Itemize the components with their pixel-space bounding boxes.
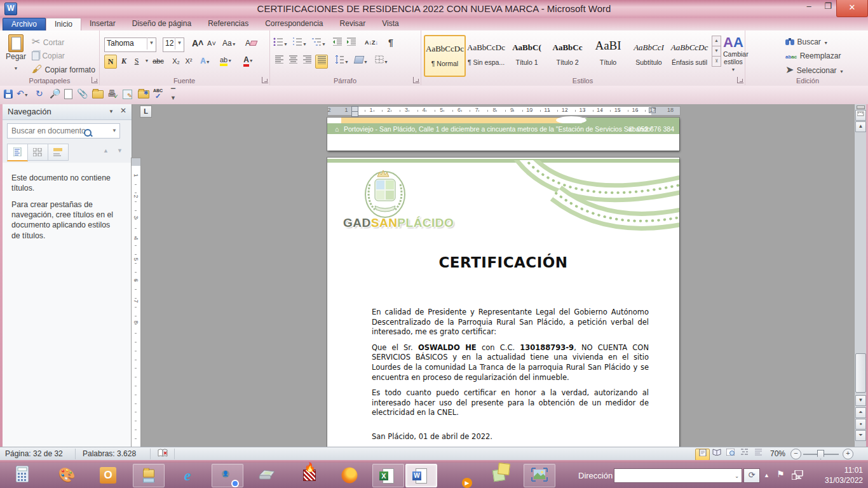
taskbar-media-player[interactable]: ▶	[444, 464, 475, 486]
strikethrough-button[interactable]: abc	[153, 55, 164, 67]
zoom-out-button[interactable]: −	[790, 449, 801, 459]
subscript-button[interactable]: X₂	[170, 55, 182, 67]
zoom-level[interactable]: 70%	[770, 449, 785, 458]
previous-page-button[interactable]: ⏶	[855, 407, 866, 418]
style-normal[interactable]: AaBbCcDc¶ Normal	[424, 35, 466, 77]
document-page-1[interactable]: ⌂ Portoviejo - San Plácido, Calle 1 de d…	[327, 118, 679, 151]
copy-button[interactable]: Copiar	[32, 50, 65, 61]
show-marks-button[interactable]: ¶	[385, 36, 397, 49]
taskbar-clock[interactable]: 11:01 31/03/2022	[808, 465, 863, 485]
edit-table-button[interactable]: ✎	[123, 88, 132, 101]
paragraph-dialog-launcher[interactable]	[413, 77, 419, 83]
tab-archivo[interactable]: Archivo	[3, 18, 46, 31]
chevron-down-icon[interactable]: ▼	[147, 37, 156, 50]
change-styles-button[interactable]: AA Cambiar estilos ▼	[723, 34, 743, 73]
style-no-spacing[interactable]: AaBbCcDc¶ Sin espa...	[466, 35, 506, 74]
tab-correspondencia[interactable]: Correspondencia	[257, 18, 331, 30]
taskbar-file-explorer[interactable]	[133, 464, 165, 487]
select-button[interactable]: ➤ Seleccionar ▼	[785, 64, 844, 76]
tab-inicio[interactable]: Inicio	[46, 18, 81, 31]
borders-button[interactable]: ▼	[375, 55, 388, 67]
paste-button[interactable]: Pegar ▼	[3, 34, 29, 76]
align-right-button[interactable]	[301, 55, 313, 67]
increase-indent-button[interactable]	[346, 37, 357, 50]
address-input-box[interactable]: ⌄	[614, 468, 742, 483]
horizontal-ruler[interactable]: 21123456789101112131415161718	[327, 106, 679, 116]
nav-tab-results[interactable]	[48, 144, 69, 161]
tab-revisar[interactable]: Revisar	[332, 18, 374, 30]
styles-dialog-launcher[interactable]	[737, 77, 743, 83]
spelling-button[interactable]: ABC✓	[153, 88, 163, 101]
attach-button[interactable]: 📎	[77, 88, 88, 101]
line-spacing-button[interactable]: ▼	[334, 55, 349, 67]
taskbar-calculator[interactable]	[7, 464, 37, 486]
scroll-up-arrow[interactable]: ▲	[855, 121, 866, 132]
action-center-flag-icon[interactable]: ⚑	[776, 469, 785, 479]
show-hidden-icons-arrow[interactable]: ▲	[764, 472, 770, 478]
view-web-layout-button[interactable]	[724, 449, 737, 459]
tab-stop-selector[interactable]: L	[140, 105, 152, 118]
search-options-arrow-icon[interactable]: ▼	[112, 128, 117, 133]
taskbar-word[interactable]: W	[405, 464, 437, 487]
scroll-down-arrow[interactable]: ▼	[855, 395, 866, 406]
save-button[interactable]	[4, 88, 13, 101]
word-count[interactable]: Palabras: 3.628	[83, 449, 136, 458]
view-outline-button[interactable]	[738, 449, 751, 459]
pane-close-icon[interactable]: ✕	[120, 106, 126, 115]
align-center-button[interactable]	[287, 55, 299, 67]
text-effects-button[interactable]: A▼	[200, 55, 211, 67]
taskbar-excel[interactable]: X	[372, 464, 404, 487]
numbered-list-button[interactable]: ▼	[292, 37, 307, 50]
document-page-2[interactable]: GADSANPLÁCIDO CERTIFICACIÓN En calidad d…	[327, 158, 679, 447]
sort-button[interactable]: A↓Z↓	[365, 36, 378, 49]
quick-print-button[interactable]: 🖶✓	[107, 88, 116, 101]
document-title[interactable]: CERTIFICACIÓN	[327, 254, 679, 271]
cut-button[interactable]: ✂ Cortar	[32, 36, 64, 48]
page-count[interactable]: Página: 32 de 32	[5, 449, 63, 458]
font-dialog-launcher[interactable]	[262, 77, 268, 83]
chevron-down-icon[interactable]: ▼	[175, 37, 184, 50]
taskbar-paint[interactable]: 🎨	[51, 464, 82, 486]
zoom-slider-thumb[interactable]	[817, 450, 824, 459]
search-input[interactable]	[10, 125, 95, 137]
select-browse-object-button[interactable]: ●	[855, 419, 866, 430]
taskbar-chrome[interactable]: 👤	[212, 464, 243, 487]
underline-dropdown[interactable]: ▼	[141, 55, 153, 67]
taskbar-nero[interactable]: 🔥	[294, 464, 325, 486]
tab-diseno[interactable]: Diseño de página	[124, 18, 200, 30]
toolbar-more-button[interactable]: ▔▼	[170, 88, 176, 101]
view-fullscreen-reading-button[interactable]	[710, 449, 723, 459]
bullet-list-button[interactable]: ▼	[273, 37, 288, 50]
next-page-button[interactable]: ⏷	[855, 430, 866, 441]
replace-button[interactable]: abac Reemplazar	[785, 50, 841, 61]
taskbar-outlook[interactable]: O	[93, 464, 123, 486]
view-draft-button[interactable]	[752, 449, 765, 459]
style-title[interactable]: AaBITítulo	[588, 35, 628, 74]
undo-button[interactable]: ↶▼	[17, 88, 29, 101]
document-scrollbar[interactable]: ▲ ▼ ⏶ ● ⏷	[854, 104, 866, 447]
tab-referencias[interactable]: Referencias	[200, 18, 257, 30]
address-go-refresh-button[interactable]: ⟳	[743, 468, 760, 483]
taskbar-photo-viewer[interactable]	[524, 464, 555, 487]
restore-button[interactable]: ❐	[818, 0, 837, 14]
shrink-font-button[interactable]: A˅	[206, 37, 217, 50]
pane-options-arrow-icon[interactable]: ▼	[109, 109, 114, 114]
styles-scroll-up[interactable]: ▲	[712, 36, 721, 46]
document-search-box[interactable]: ▼	[7, 123, 120, 139]
tab-vista[interactable]: Vista	[374, 18, 407, 30]
nav-tab-headings[interactable]	[7, 144, 28, 161]
paragraph-3[interactable]: Es todo cuanto puedo certificar en honor…	[372, 388, 649, 418]
taskbar-firefox[interactable]	[334, 464, 365, 486]
style-heading1[interactable]: AaBbC(Título 1	[507, 35, 546, 74]
taskbar-sticky-notes[interactable]	[484, 464, 514, 486]
styles-gallery-expand[interactable]: ⊻	[712, 57, 721, 67]
style-heading2[interactable]: AaBbCcTítulo 2	[548, 35, 587, 74]
italic-button[interactable]: K	[118, 55, 130, 67]
scrollbar-thumb[interactable]	[855, 353, 866, 393]
font-color-button[interactable]: A▼	[243, 53, 254, 66]
folder-favorites-button[interactable]: ✱	[138, 88, 149, 101]
address-dropdown-arrow-icon[interactable]: ⌄	[735, 473, 739, 479]
justify-button[interactable]	[315, 55, 328, 69]
document-body[interactable]: En calidad de Presidente y Representante…	[372, 308, 649, 424]
shading-button[interactable]: ▼	[355, 55, 368, 67]
